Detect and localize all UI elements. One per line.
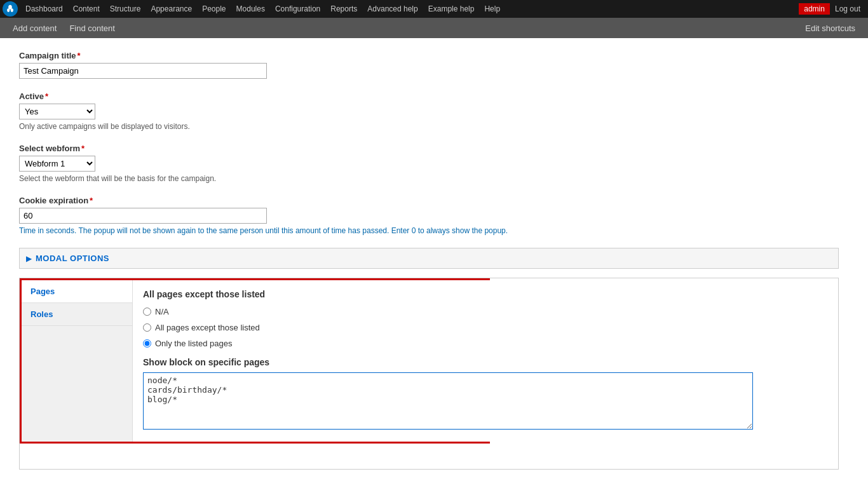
site-logo[interactable] — [3, 1, 18, 17]
pages-roles-panel: Pages Roles All pages except those liste… — [20, 278, 490, 444]
nav-items-list: Dashboard Content Structure Appearance P… — [20, 0, 799, 18]
svg-point-2 — [11, 8, 13, 12]
campaign-title-label: Campaign title* — [19, 51, 839, 60]
radio-only-listed[interactable] — [143, 339, 151, 348]
edit-shortcuts-link[interactable]: Edit shortcuts — [799, 24, 862, 33]
active-select[interactable]: Yes No — [19, 104, 95, 119]
main-content: Campaign title* Active* Yes No Only acti… — [0, 38, 851, 482]
nav-item-modules[interactable]: Modules — [231, 0, 270, 18]
pages-section-title: All pages except those listed — [143, 289, 753, 299]
required-star-active: * — [45, 92, 48, 101]
cookie-expiration-label: Cookie expiration* — [19, 196, 839, 205]
webform-select[interactable]: Webform 1 Webform 2 — [19, 156, 95, 172]
panel-bottom-space — [20, 444, 838, 469]
nav-item-advanced-help[interactable]: Advanced help — [362, 0, 423, 18]
campaign-title-input[interactable] — [19, 63, 267, 79]
show-block-title: Show block on specific pages — [143, 357, 753, 367]
secondary-navigation: Add content Find content Edit shortcuts — [0, 18, 868, 38]
collapse-arrow-icon: ▶ — [26, 254, 32, 263]
sidebar-item-roles[interactable]: Roles — [22, 303, 132, 326]
radio-row-na: N/A — [143, 307, 753, 316]
add-content-link[interactable]: Add content — [6, 18, 63, 38]
modal-options-title: MODAL OPTIONS — [36, 254, 109, 263]
admin-button[interactable]: admin — [799, 3, 830, 15]
sidebar-item-pages[interactable]: Pages — [22, 280, 132, 303]
nav-item-help[interactable]: Help — [479, 0, 505, 18]
nav-item-example-help[interactable]: Example help — [423, 0, 480, 18]
panel-sidebar: Pages Roles — [22, 280, 133, 442]
active-description: Only active campaigns will be displayed … — [19, 122, 839, 131]
nav-item-configuration[interactable]: Configuration — [270, 0, 325, 18]
cookie-expiration-group: Cookie expiration* Time in seconds. The … — [19, 196, 839, 235]
nav-item-content[interactable]: Content — [68, 0, 105, 18]
pages-textarea[interactable]: node/* cards/birthday/* blog/* — [143, 372, 753, 430]
radio-row-only-listed: Only the listed pages — [143, 339, 753, 348]
svg-point-1 — [7, 8, 10, 12]
radio-only-listed-label: Only the listed pages — [155, 339, 232, 348]
active-label: Active* — [19, 92, 839, 101]
required-star: * — [78, 51, 81, 60]
cookie-expiration-description: Time in seconds. The popup will not be s… — [19, 226, 839, 235]
campaign-title-group: Campaign title* — [19, 51, 839, 79]
logout-button[interactable]: Log out — [830, 3, 865, 15]
nav-right-area: admin Log out — [799, 3, 865, 15]
nav-item-structure[interactable]: Structure — [105, 0, 146, 18]
radio-all-except-label: All pages except those listed — [155, 323, 260, 332]
pages-radio-group: N/A All pages except those listed Only t… — [143, 307, 753, 348]
nav-item-people[interactable]: People — [197, 0, 231, 18]
webform-group: Select webform* Webform 1 Webform 2 Sele… — [19, 144, 839, 183]
required-star-webform: * — [81, 144, 85, 153]
cookie-expiration-input[interactable] — [19, 208, 267, 224]
nav-item-dashboard[interactable]: Dashboard — [20, 0, 68, 18]
modal-options-section: ▶ MODAL OPTIONS — [19, 248, 839, 269]
radio-na[interactable] — [143, 308, 151, 316]
nav-item-appearance[interactable]: Appearance — [146, 0, 197, 18]
top-navigation: Dashboard Content Structure Appearance P… — [0, 0, 868, 18]
required-star-cookie: * — [90, 196, 93, 205]
webform-label: Select webform* — [19, 144, 839, 153]
radio-na-label: N/A — [155, 307, 169, 316]
radio-all-except[interactable] — [143, 323, 151, 332]
modal-options-header[interactable]: ▶ MODAL OPTIONS — [20, 248, 838, 268]
active-group: Active* Yes No Only active campaigns wil… — [19, 92, 839, 131]
webform-description: Select the webform that will be the basi… — [19, 174, 839, 183]
nav-item-reports[interactable]: Reports — [325, 0, 362, 18]
panel-pages-content: All pages except those listed N/A All pa… — [133, 280, 763, 442]
radio-row-all-except: All pages except those listed — [143, 323, 753, 332]
find-content-link[interactable]: Find content — [63, 18, 121, 38]
